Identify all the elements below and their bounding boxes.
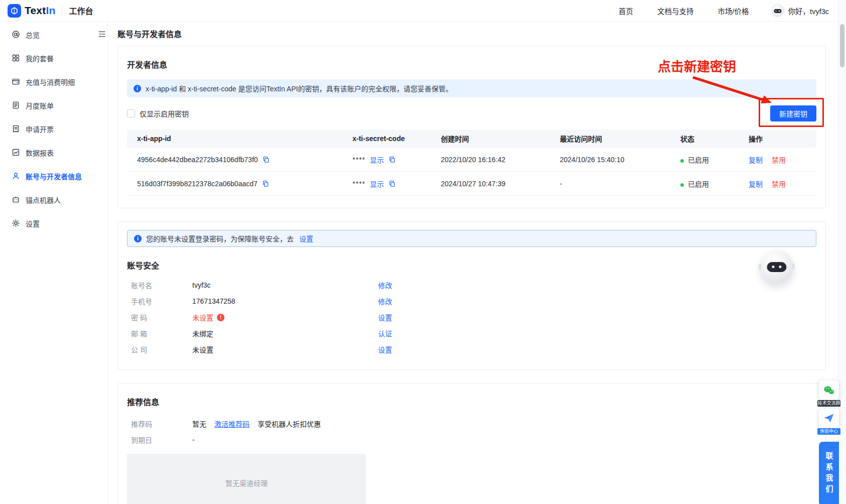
api-key-notice-text: x-ti-app-id 和 x-ti-secret-code 是您访问TextI… (146, 83, 452, 93)
workspace-title: 工作台 (69, 5, 93, 17)
show-enabled-only-checkbox[interactable]: 仅显示启用密钥 (127, 108, 189, 118)
referral-info-title: 推荐信息 (127, 396, 816, 408)
bill-icon (12, 101, 20, 109)
referral-rows: 推荐码 暂无 激活推荐码 享受机器人折扣优惠 到期日 - (127, 416, 816, 448)
paper-plane-icon (823, 413, 834, 424)
checkbox-label: 仅显示启用密钥 (140, 108, 189, 118)
activate-referral-link[interactable]: 激活推荐码 (214, 419, 250, 429)
nav-home[interactable]: 首页 (619, 6, 633, 16)
security-row-username: 账号名 tvyf3c 修改 (131, 277, 816, 293)
sidebar-item-anchor-robot[interactable]: 锚点机器人 (0, 188, 107, 211)
wallet-icon (12, 77, 20, 86)
account-security-card: i 您的账号未设置登录密码，为保障账号安全，去 设置 账号安全 账号名 tvyf… (117, 221, 826, 370)
expiry-value: - (192, 436, 816, 444)
created-time: 2024/10/27 10:47:39 (441, 180, 560, 188)
create-key-button[interactable]: 新建密钥 (770, 105, 816, 121)
experience-center-label: 体验中心 (817, 428, 840, 435)
security-rows: 账号名 tvyf3c 修改 手机号 17671347258 修改 密 码 未设置… (127, 277, 816, 357)
copy-key-link[interactable]: 复制 (749, 155, 763, 165)
password-warning-banner: i 您的账号未设置登录密码，为保障账号安全，去 设置 (127, 230, 816, 247)
security-row-phone: 手机号 17671347258 修改 (131, 293, 816, 309)
status-dot (680, 159, 684, 163)
app-id-value: 4956c4de442dbea2272b34106dfb73f0 (137, 156, 258, 164)
api-key-notice-banner: i x-ti-app-id 和 x-ti-secret-code 是您访问Tex… (127, 79, 816, 97)
user-greeting: 你好，tvyf3c (788, 6, 829, 16)
logo-text[interactable]: TextIn (25, 5, 55, 17)
sidebar-item-packages[interactable]: 我的套餐 (0, 46, 107, 70)
channel-manager-placeholder: 暂无渠道经理 (127, 454, 366, 504)
security-row-company: 公 司 未设置 设置 (131, 341, 816, 357)
set-password-link[interactable]: 设置 (378, 312, 392, 322)
top-nav: 首页 文档与支持 市场/价格 (619, 6, 749, 16)
packages-icon (12, 54, 20, 62)
user-menu[interactable]: 你好，tvyf3c (771, 4, 829, 17)
key-table-header: x-ti-app-id x-ti-secret-code 创建时间 最近访问时间… (127, 130, 816, 148)
sidebar-item-invoice[interactable]: 申请开票 (0, 117, 107, 141)
experience-center-button[interactable] (819, 409, 839, 428)
scrollbar-thumb[interactable] (840, 24, 844, 67)
info-icon: i (134, 235, 142, 242)
verify-email-link[interactable]: 认证 (378, 328, 392, 338)
security-row-email: 邮 箱 未绑定 认证 (131, 325, 816, 341)
sidebar-item-settings[interactable]: 设置 (0, 211, 107, 235)
key-table-row: 516d03f7f399b8212378c2a06b0aacd7 **** 显示… (127, 172, 816, 196)
copy-icon[interactable] (262, 180, 269, 187)
sidebar-item-data-reports[interactable]: 数据报表 (0, 141, 107, 164)
page-header: 账号与开发者信息 (117, 22, 826, 46)
settings-icon (12, 219, 20, 227)
app-id-value: 516d03f7f399b8212378c2a06b0aacd7 (137, 180, 258, 188)
sidebar-item-overview[interactable]: 总览 (0, 23, 107, 46)
security-row-password: 密 码 未设置 ! 设置 (131, 309, 816, 325)
modify-username-link[interactable]: 修改 (378, 280, 392, 290)
invoice-icon (12, 124, 20, 133)
wechat-group-label: 技术交流群 (817, 400, 840, 407)
set-company-link[interactable]: 设置 (378, 344, 392, 354)
checkbox-box[interactable] (127, 109, 135, 117)
account-icon (12, 172, 20, 180)
banner-text: 您的账号未设置登录密码，为保障账号安全，去 (146, 233, 294, 243)
copy-key-link[interactable]: 复制 (749, 179, 763, 189)
contact-us-button[interactable]: 联系我们 (819, 442, 839, 504)
top-bar: TextIn 工作台 首页 文档与支持 市场/价格 你好，tvyf3c (0, 0, 846, 22)
status-cell: 已启用 (680, 179, 749, 189)
referral-note: 享受机器人折扣优惠 (258, 419, 321, 429)
sidebar-item-account-developer-info[interactable]: 账号与开发者信息 (0, 164, 107, 188)
copy-icon[interactable] (389, 156, 396, 163)
sidebar: 总览 我的套餐 充值与消费明细 月度账单 申请开票 数据报表 账号与开发者信息 … (0, 22, 108, 504)
sidebar-item-recharge-details[interactable]: 充值与消费明细 (0, 70, 107, 93)
wechat-group-button[interactable] (819, 381, 839, 400)
copy-icon[interactable] (389, 180, 396, 187)
sidebar-item-monthly-bill[interactable]: 月度账单 (0, 93, 107, 117)
referral-code-row: 推荐码 暂无 激活推荐码 享受机器人折扣优惠 (131, 416, 816, 432)
developer-info-title: 开发者信息 (127, 58, 816, 70)
key-table-row: 4956c4de442dbea2272b34106dfb73f0 **** 显示… (127, 148, 816, 172)
show-secret-link[interactable]: 显示 (370, 155, 384, 165)
main-content: 账号与开发者信息 开发者信息 i x-ti-app-id 和 x-ti-secr… (108, 22, 838, 504)
key-toolbar: 仅显示启用密钥 新建密钥 (127, 104, 816, 122)
secret-mask: **** (352, 156, 366, 164)
status-dot (680, 183, 684, 187)
nav-market-pricing[interactable]: 市场/价格 (718, 6, 749, 16)
textin-logo-icon[interactable] (8, 4, 21, 18)
wechat-icon (823, 385, 835, 395)
disable-key-link[interactable]: 禁用 (772, 179, 786, 189)
modify-phone-link[interactable]: 修改 (378, 296, 392, 306)
robot-avatar (760, 250, 793, 283)
copy-icon[interactable] (263, 156, 270, 163)
nav-docs-support[interactable]: 文档与支持 (657, 6, 694, 16)
created-time: 2022/10/20 16:16:42 (441, 156, 560, 164)
account-security-title: 账号安全 (127, 259, 816, 271)
divider (62, 6, 62, 15)
avatar (771, 4, 784, 17)
sidebar-collapse-icon[interactable] (97, 30, 106, 39)
report-icon (12, 148, 20, 157)
disable-key-link[interactable]: 禁用 (772, 155, 786, 165)
developer-info-card: 开发者信息 i x-ti-app-id 和 x-ti-secret-code 是… (117, 46, 826, 208)
set-password-link[interactable]: 设置 (299, 233, 313, 243)
floating-widgets: 技术交流群 体验中心 联系我们 (818, 381, 840, 504)
last-access-time: - (560, 180, 680, 188)
warning-icon: ! (217, 314, 224, 321)
referral-info-card: 推荐信息 推荐码 暂无 激活推荐码 享受机器人折扣优惠 到期日 - 暂无渠道经理 (117, 383, 826, 504)
show-secret-link[interactable]: 显示 (370, 179, 384, 189)
robot-icon (12, 195, 20, 204)
